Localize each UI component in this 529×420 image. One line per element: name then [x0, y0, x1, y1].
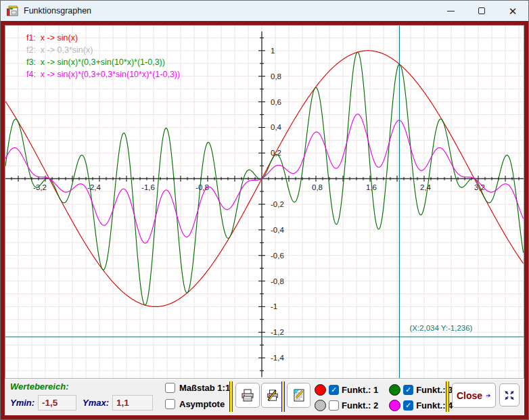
full-extents-button[interactable]	[499, 383, 520, 406]
funktion-toggle-4[interactable]: ✓Funkt.: 4	[389, 398, 453, 413]
massstab-checkbox[interactable]: Maßstab 1:1	[165, 383, 230, 393]
legend-item-f1: f1: x -> sin(x)	[26, 32, 180, 44]
minimize-icon	[447, 11, 455, 11]
funktion-toggle-3[interactable]: ✓Funkt.: 3	[389, 382, 453, 397]
close-button-label: Close	[457, 390, 482, 401]
funktion-color-dot	[315, 384, 326, 396]
app-window: Funktionsgraphen ✕ -3,2-2,4-1,6-0,80,81,…	[0, 0, 529, 420]
y-tick-label: -1	[271, 302, 277, 310]
notes-pencil-icon	[292, 388, 306, 402]
funktion-color-dot	[315, 400, 326, 411]
wertebereich-label: Wertebereich:	[10, 381, 68, 392]
plot-panel: -3,2-2,4-1,6-0,80,81,62,43,2-1,4-1,2-1-0…	[5, 25, 524, 379]
print-setup-button[interactable]	[261, 383, 284, 408]
legend-item-f2: f2: x -> 0,3*sin(x)	[26, 44, 180, 56]
y-tick-label: 0,4	[271, 123, 282, 131]
close-window-button[interactable]: ✕	[497, 1, 528, 21]
massstab-checkbox-box[interactable]	[165, 383, 175, 393]
funktion-label: Funkt.: 2	[342, 400, 378, 411]
funktion-checkbox[interactable]	[329, 400, 339, 411]
y-tick-label: -0,2	[271, 200, 284, 208]
x-tick-label: 2,4	[420, 183, 432, 191]
y-tick-label: 0,8	[271, 72, 281, 80]
x-tick-label: 0,8	[312, 183, 323, 191]
funktion-label: Funkt.: 1	[342, 385, 378, 395]
funktion-checkbox[interactable]: ✓	[403, 400, 413, 411]
title-bar: Funktionsgraphen ✕	[1, 1, 528, 21]
expand-arrows-icon	[504, 388, 515, 402]
funktion-toggle-2[interactable]: Funkt.: 2	[315, 398, 378, 413]
report-button[interactable]	[287, 383, 310, 408]
x-tick-label: -3,2	[33, 183, 47, 191]
separator	[281, 381, 285, 412]
y-tick-label: 0,6	[271, 98, 281, 106]
function-toggles: ✓Funkt.: 1Funkt.: 2✓Funkt.: 3✓Funkt.: 4	[315, 382, 453, 413]
y-tick-label: 1	[271, 47, 275, 55]
print-button[interactable]	[235, 383, 260, 408]
asymptote-label: Asymptote	[179, 399, 225, 409]
funktion-color-dot	[389, 400, 400, 411]
close-arrow-icon	[486, 390, 491, 401]
minimize-button[interactable]	[435, 1, 466, 21]
window-title: Funktionsgraphen	[24, 6, 91, 16]
y-tick-label: -0,4	[271, 226, 284, 234]
legend-item-f4: f4: x -> sin(x)*(0,3+0,3*sin(10*x)*(1-0,…	[26, 68, 180, 80]
ymin-input[interactable]	[38, 395, 76, 411]
funktion-color-dot	[389, 384, 400, 396]
maximize-button[interactable]	[466, 1, 497, 21]
y-tick-label: -0,8	[271, 277, 284, 285]
maximize-icon	[478, 7, 485, 14]
asymptote-checkbox-box[interactable]	[165, 399, 175, 409]
printer-pencil-icon	[266, 388, 279, 402]
function-legend: f1: x -> sin(x)f2: x -> 0,3*sin(x)f3: x …	[26, 32, 180, 80]
massstab-label: Maßstab 1:1	[179, 383, 230, 393]
y-tick-label: -1,4	[271, 354, 284, 362]
separator	[446, 381, 449, 412]
ymin-label: Ymin:	[10, 398, 34, 408]
funktion-checkbox[interactable]: ✓	[403, 385, 413, 395]
legend-item-f3: f3: x -> sin(x)*(0,3+sin(10*x)*(1-0,3))	[26, 56, 180, 68]
close-icon: ✕	[509, 6, 518, 16]
funktion-checkbox[interactable]: ✓	[329, 385, 339, 395]
app-icon	[7, 5, 19, 16]
y-tick-label: 0,2	[271, 149, 281, 157]
y-tick-label: -0,6	[271, 252, 284, 260]
ymax-input[interactable]	[112, 395, 153, 411]
cursor-coordinates-readout: (X:2,034 Y:-1,236)	[409, 324, 472, 332]
x-tick-label: -1,6	[141, 183, 155, 191]
ymax-label: Ymax:	[83, 398, 109, 408]
separator	[229, 381, 233, 412]
content-frame: -3,2-2,4-1,6-0,80,81,62,43,2-1,4-1,2-1-0…	[1, 21, 528, 419]
y-tick-label: -1,2	[271, 328, 284, 336]
printer-icon	[240, 389, 255, 402]
bottom-toolbar: Wertebereich: Ymin: Ymax: Maßstab 1:1 As…	[5, 379, 524, 415]
funktion-toggle-1[interactable]: ✓Funkt.: 1	[315, 382, 378, 397]
asymptote-checkbox[interactable]: Asymptote	[165, 399, 225, 409]
close-button[interactable]: Close	[452, 383, 496, 408]
